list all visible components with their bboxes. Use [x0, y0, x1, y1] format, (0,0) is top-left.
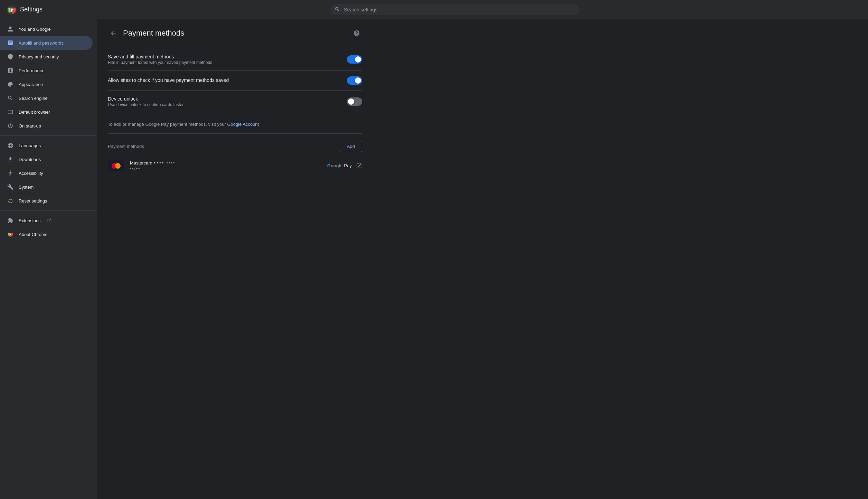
sidebar-item-performance[interactable]: Performance	[0, 64, 93, 77]
card-expiry: ••/••	[130, 166, 322, 171]
page-title: Payment methods	[123, 29, 184, 38]
add-payment-method-button[interactable]: Add	[340, 141, 362, 152]
sidebar-label-search-engine: Search engine	[19, 96, 48, 101]
sidebar-divider-1	[0, 135, 97, 136]
setting-desc-device-unlock: Use device unlock to confirm cards faste…	[108, 102, 339, 107]
sidebar-divider-2	[0, 210, 97, 211]
performance-icon	[7, 67, 14, 74]
sidebar-item-about-chrome[interactable]: About Chrome	[0, 227, 93, 241]
search-bar	[330, 4, 579, 15]
globe-icon	[7, 142, 14, 149]
reset-icon	[7, 197, 14, 204]
payment-methods-label: Payment methods	[108, 144, 144, 149]
gpay-g2: g	[336, 163, 339, 168]
sidebar-item-accessibility[interactable]: Accessibility	[0, 166, 93, 180]
system-icon	[7, 183, 14, 190]
extensions-icon	[7, 217, 14, 224]
sidebar-item-autofill[interactable]: Autofill and passwords	[0, 36, 93, 50]
setting-row-device-unlock: Device unlock Use device unlock to confi…	[108, 91, 362, 113]
google-pay-info: To add or manage Google Pay payment meth…	[108, 115, 362, 134]
search-input[interactable]	[330, 4, 579, 15]
topbar: Settings	[0, 0, 868, 19]
card-row-mastercard: Mastercard • • • • •••• ••/•• Google Pay	[108, 156, 362, 176]
app-title: Settings	[20, 6, 43, 13]
google-pay-logo: Google Pay	[327, 163, 352, 168]
search-icon	[334, 6, 340, 13]
setting-label-allow-sites: Allow sites to check if you have payment…	[108, 77, 339, 83]
app-logo: Settings	[7, 5, 43, 15]
card-info: Mastercard • • • • •••• ••/••	[130, 160, 322, 171]
search-engine-icon	[7, 95, 14, 102]
sidebar-item-downloads[interactable]: Downloads	[0, 152, 93, 166]
accessibility-icon	[7, 170, 14, 177]
setting-desc-save-fill: Fills in payment forms with your saved p…	[108, 60, 339, 65]
sidebar-label-extensions: Extensions	[19, 218, 41, 223]
external-link-icon	[47, 218, 52, 223]
sidebar-label-autofill: Autofill and passwords	[19, 40, 64, 46]
sidebar-label-downloads: Downloads	[19, 157, 41, 162]
svg-point-7	[10, 234, 11, 235]
sidebar-item-reset[interactable]: Reset settings	[0, 194, 93, 208]
sidebar-label-you-and-google: You and Google	[19, 27, 51, 32]
toggle-thumb-allow-sites	[355, 77, 361, 84]
sidebar-item-on-startup[interactable]: On start-up	[0, 119, 93, 133]
sidebar-item-search-engine[interactable]: Search engine	[0, 91, 93, 105]
help-button[interactable]	[351, 28, 362, 39]
on-startup-icon	[7, 122, 14, 129]
card-actions: Google Pay	[327, 163, 362, 169]
sidebar-item-default-browser[interactable]: Default browser	[0, 105, 93, 119]
toggle-allow-sites[interactable]	[347, 76, 362, 85]
sidebar-label-performance: Performance	[19, 68, 44, 73]
svg-rect-4	[8, 110, 13, 114]
payment-methods-header: Payment methods Add	[108, 134, 362, 156]
default-browser-icon	[7, 109, 14, 115]
person-icon	[7, 26, 14, 32]
autofill-icon	[7, 39, 14, 46]
open-card-button[interactable]	[356, 163, 362, 169]
page-header: Payment methods	[108, 28, 362, 39]
setting-label-device-unlock: Device unlock	[108, 96, 339, 102]
toggle-track-device-unlock[interactable]	[347, 97, 362, 106]
sidebar-item-system[interactable]: System	[0, 180, 93, 194]
toggle-save-fill[interactable]	[347, 55, 362, 64]
sidebar-label-languages: Languages	[19, 143, 41, 148]
sidebar-item-languages[interactable]: Languages	[0, 139, 93, 152]
setting-row-allow-sites: Allow sites to check if you have payment…	[108, 71, 362, 91]
toggle-track-allow-sites[interactable]	[347, 76, 362, 85]
mastercard-logo	[108, 160, 124, 171]
sidebar-label-reset: Reset settings	[19, 198, 47, 204]
sidebar-item-extensions[interactable]: Extensions	[0, 214, 93, 227]
setting-label-save-fill: Save and fill payment methods	[108, 54, 339, 59]
sidebar-label-on-startup: On start-up	[19, 123, 41, 129]
gpay-pay-text: Pay	[344, 163, 352, 168]
settings-section: Save and fill payment methods Fills in p…	[108, 48, 362, 113]
toggle-thumb-save-fill	[355, 56, 361, 63]
sidebar-label-accessibility: Accessibility	[19, 171, 43, 176]
shield-icon	[7, 53, 14, 60]
sidebar-label-system: System	[19, 185, 34, 190]
sidebar-label-default-browser: Default browser	[19, 110, 50, 115]
toggle-device-unlock[interactable]	[347, 97, 362, 106]
chrome-icon	[7, 231, 14, 238]
appearance-icon	[7, 81, 14, 88]
google-account-link[interactable]: Google Account	[227, 122, 259, 127]
back-button[interactable]	[108, 28, 119, 39]
main-content: Payment methods Save and fill payment me…	[97, 19, 868, 499]
gpay-e: e	[340, 163, 342, 168]
chrome-logo-icon	[7, 5, 17, 15]
sidebar-label-privacy: Privacy and security	[19, 54, 59, 59]
gpay-o2: o	[333, 163, 336, 168]
gpay-g: G	[327, 163, 331, 168]
sidebar-label-appearance: Appearance	[19, 82, 43, 87]
card-name: Mastercard • • • • ••••	[130, 160, 322, 166]
sidebar-item-appearance[interactable]: Appearance	[0, 77, 93, 91]
gpay-o1: o	[331, 163, 333, 168]
sidebar-item-privacy[interactable]: Privacy and security	[0, 50, 93, 64]
sidebar: You and Google Autofill and passwords Pr…	[0, 19, 97, 499]
sidebar-label-about-chrome: About Chrome	[19, 232, 48, 237]
sidebar-item-you-and-google[interactable]: You and Google	[0, 22, 93, 36]
setting-row-save-fill: Save and fill payment methods Fills in p…	[108, 48, 362, 71]
toggle-thumb-device-unlock	[348, 98, 354, 105]
info-text-prefix: To add or manage Google Pay payment meth…	[108, 122, 227, 127]
toggle-track-save-fill[interactable]	[347, 55, 362, 64]
